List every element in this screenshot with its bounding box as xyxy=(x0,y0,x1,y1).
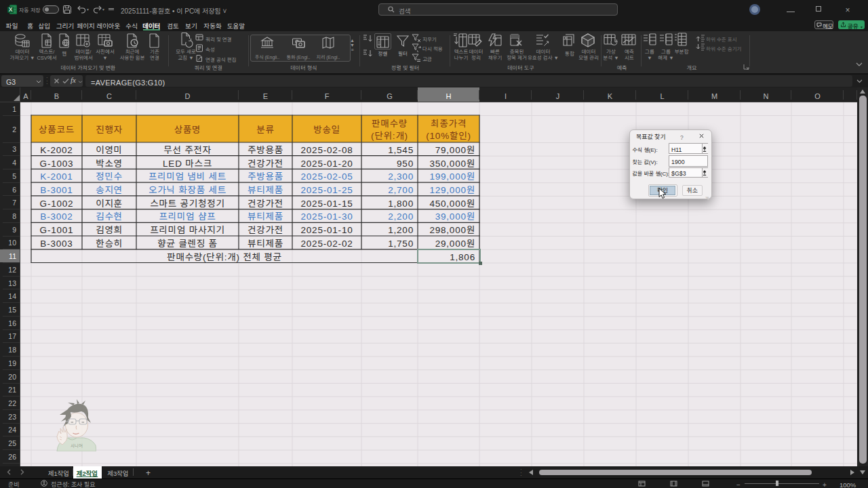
svg-text:시니어: 시니어 xyxy=(71,442,83,449)
